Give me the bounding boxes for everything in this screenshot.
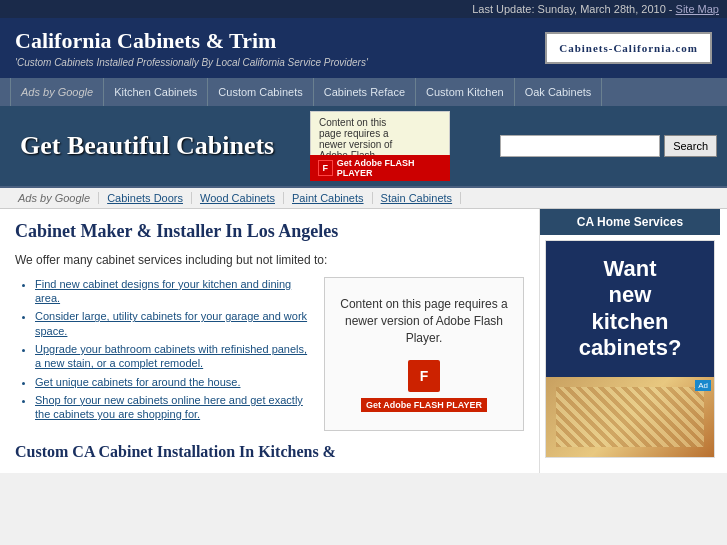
last-update-text: Last Update: Sunday, March 28th, 2010 - <box>472 3 672 15</box>
subnav-cabinets-doors[interactable]: Cabinets Doors <box>99 192 192 204</box>
nav-item-custom-kitchen[interactable]: Custom Kitchen <box>416 78 515 106</box>
sidebar-header: CA Home Services <box>540 209 720 235</box>
content-main-heading: Cabinet Maker & Installer In Los Angeles <box>15 221 524 242</box>
nav-item-cabinets-reface[interactable]: Cabinets Reface <box>314 78 416 106</box>
sidebar-ad[interactable]: Want new kitchen cabinets? Ad <box>545 240 715 458</box>
hero-search: Search <box>500 135 717 157</box>
nav-item-oak-cabinets[interactable]: Oak Cabinets <box>515 78 603 106</box>
list-item[interactable]: Upgrade your bathroom cabinets with refi… <box>35 342 314 371</box>
ad-badge: Ad <box>695 380 711 391</box>
subnav-paint-cabinets[interactable]: Paint Cabinets <box>284 192 373 204</box>
flash-banner-text: Get Adobe FLASH PLAYER <box>337 158 442 178</box>
services-list: Find new cabinet designs for your kitche… <box>35 277 314 422</box>
sidebar-ad-image: Ad <box>546 377 714 457</box>
sidebar-ad-inner: Want new kitchen cabinets? <box>546 241 714 377</box>
flash-banner-hero[interactable]: F Get Adobe FLASH PLAYER <box>310 155 450 181</box>
flash-notice-line2: page requires a <box>319 128 389 139</box>
main-layout: Cabinet Maker & Installer In Los Angeles… <box>0 209 727 473</box>
flash-icon-small: F <box>318 160 333 176</box>
list-item[interactable]: Shop for your new cabinets online here a… <box>35 393 314 422</box>
flash-notice-line3: newer version of <box>319 139 392 150</box>
list-item[interactable]: Get unique cabinets for around the house… <box>35 375 314 389</box>
header-logo: Cabinets-California.com <box>545 32 712 64</box>
main-content: Cabinet Maker & Installer In Los Angeles… <box>0 209 540 473</box>
flash-notice-text: Content on this page requires a newer ve… <box>335 296 513 346</box>
flash-get-label[interactable]: Get Adobe FLASH PLAYER <box>361 398 487 412</box>
hero-title: Get Beautiful Cabinets <box>0 131 294 161</box>
sidebar-ad-want: Want <box>556 256 704 282</box>
sidebar: CA Home Services Want new kitchen cabine… <box>540 209 720 473</box>
sidebar-ad-cabinets: cabinets? <box>556 335 704 361</box>
sub-nav: Ads by Google Cabinets Doors Wood Cabine… <box>0 186 727 209</box>
list-item[interactable]: Consider large, utility cabinets for you… <box>35 309 314 338</box>
sidebar-ad-new: new <box>556 282 704 308</box>
content-h3: Custom CA Cabinet Installation In Kitche… <box>15 443 524 461</box>
header-left: California Cabinets & Trim 'Custom Cabin… <box>15 28 368 68</box>
search-input[interactable] <box>500 135 660 157</box>
list-item[interactable]: Find new cabinet designs for your kitche… <box>35 277 314 306</box>
nav-item-custom-cabinets[interactable]: Custom Cabinets <box>208 78 313 106</box>
sitemap-link[interactable]: Site Map <box>676 3 719 15</box>
top-bar: Last Update: Sunday, March 28th, 2010 - … <box>0 0 727 18</box>
nav-ads-label: Ads by Google <box>10 78 104 106</box>
logo-text: Cabinets-California.com <box>559 42 698 54</box>
site-title: California Cabinets & Trim <box>15 28 368 54</box>
subnav-ads-label: Ads by Google <box>10 192 99 204</box>
hero-section: Get Beautiful Cabinets Content on this p… <box>0 106 727 186</box>
site-subtitle: 'Custom Cabinets Installed Professionall… <box>15 57 368 68</box>
content-flash-block: Content on this page requires a newer ve… <box>324 277 524 432</box>
content-left-col: Find new cabinet designs for your kitche… <box>15 277 314 432</box>
subnav-stain-cabinets[interactable]: Stain Cabinets <box>373 192 462 204</box>
nav-item-kitchen-cabinets[interactable]: Kitchen Cabinets <box>104 78 208 106</box>
header: California Cabinets & Trim 'Custom Cabin… <box>0 18 727 78</box>
subnav-wood-cabinets[interactable]: Wood Cabinets <box>192 192 284 204</box>
content-columns: Find new cabinet designs for your kitche… <box>15 277 524 432</box>
sidebar-ad-kitchen: kitchen <box>556 309 704 335</box>
search-button[interactable]: Search <box>664 135 717 157</box>
flash-icon: F <box>408 360 440 392</box>
main-nav: Ads by Google Kitchen Cabinets Custom Ca… <box>0 78 727 106</box>
content-intro: We offer many cabinet services including… <box>15 252 524 269</box>
flash-notice-line1: Content on this <box>319 117 386 128</box>
